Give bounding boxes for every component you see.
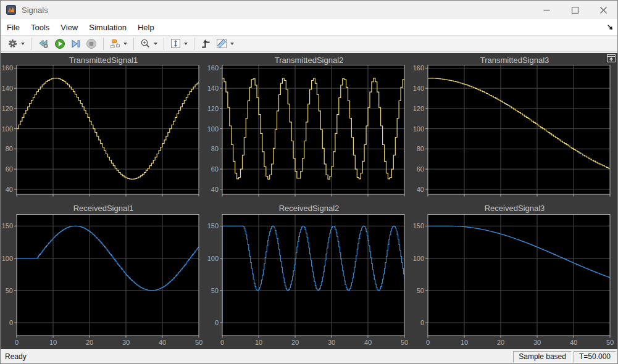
status-time-badge: T=50.000 <box>574 351 616 363</box>
y-tick-label: 140 <box>207 85 219 92</box>
measurements-button[interactable] <box>214 36 236 51</box>
plot-title: ReceivedSignal2 <box>206 199 412 213</box>
toolbar-separator <box>133 38 134 50</box>
x-tick-label: 20 <box>86 339 93 346</box>
x-tick-label: 40 <box>570 339 577 346</box>
step-back-button[interactable] <box>36 36 51 51</box>
x-tick-label: 0 <box>220 339 224 346</box>
y-tick-label: 150 <box>207 222 219 230</box>
x-tick-label: 0 <box>15 339 19 346</box>
simulink-scope-app-icon <box>6 5 16 15</box>
trigger-button[interactable] <box>199 36 213 51</box>
settings-gear-button[interactable] <box>6 36 27 51</box>
y-tick-label: 140 <box>2 85 13 92</box>
highlight-simulink-block-button[interactable] <box>108 36 129 51</box>
run-icon <box>54 38 65 49</box>
maximize-button[interactable] <box>561 1 589 19</box>
y-tick-label: 80 <box>6 145 13 152</box>
status-bar: Ready Sample based T=50.000 <box>1 349 617 363</box>
plot-cell-TransmittedSignal3: TransmittedSignal3406080100120140160 <box>412 53 617 199</box>
y-tick-label: 150 <box>2 222 13 230</box>
window-title: Signals <box>22 6 48 15</box>
fit-to-view-button[interactable] <box>169 36 190 51</box>
y-tick-label: 50 <box>417 287 424 294</box>
menu-bar: FileToolsViewSimulationHelp <box>1 19 617 35</box>
plot-axes[interactable]: 01020304050050100150 <box>206 213 412 350</box>
y-tick-label: 40 <box>211 186 219 193</box>
plot-axes[interactable]: 01020304050050100150 <box>1 213 206 350</box>
plot-cell-ReceivedSignal1: ReceivedSignal101020304050050100150 <box>1 199 206 350</box>
plot-title: TransmittedSignal2 <box>206 53 412 65</box>
menu-item-tools[interactable]: Tools <box>31 23 49 32</box>
plot-title: TransmittedSignal3 <box>412 53 617 65</box>
plot-cell-ReceivedSignal2: ReceivedSignal201020304050050100150 <box>206 199 412 350</box>
plot-axes[interactable]: 01020304050050100150 <box>412 213 617 350</box>
chevron-down-icon <box>154 43 157 45</box>
window-controls <box>532 1 617 19</box>
x-tick-label: 40 <box>364 339 372 346</box>
toolbar-separator <box>164 38 164 50</box>
trigger-icon <box>201 39 211 49</box>
status-message: Ready <box>5 352 27 361</box>
menu-item-simulation[interactable]: Simulation <box>89 23 127 32</box>
dock-scope-icon[interactable] <box>606 23 614 31</box>
y-tick-label: 120 <box>413 105 424 112</box>
plot-axes[interactable]: 406080100120140160 <box>412 65 617 199</box>
x-tick-label: 40 <box>159 339 166 346</box>
step-forward-icon <box>70 39 81 49</box>
y-tick-label: 100 <box>2 255 13 262</box>
y-tick-label: 0 <box>420 319 424 326</box>
maximize-axes-icon[interactable] <box>607 54 616 62</box>
x-tick-label: 30 <box>328 339 335 346</box>
y-tick-label: 160 <box>2 65 13 72</box>
stop-button[interactable] <box>84 36 99 51</box>
y-tick-label: 80 <box>211 145 219 152</box>
x-tick-label: 10 <box>461 339 468 346</box>
x-tick-label: 50 <box>401 339 408 346</box>
y-tick-label: 50 <box>6 287 13 294</box>
status-mode-badge: Sample based <box>513 351 572 363</box>
y-tick-label: 160 <box>413 65 424 72</box>
y-tick-label: 60 <box>211 165 219 173</box>
plot-grid: TransmittedSignal1406080100120140160Tran… <box>1 53 617 350</box>
y-tick-label: 120 <box>207 105 219 112</box>
x-tick-label: 30 <box>122 339 130 346</box>
chevron-down-icon <box>230 43 234 45</box>
zoom-button[interactable] <box>138 36 159 51</box>
fit-to-view-icon <box>170 38 181 49</box>
run-button[interactable] <box>52 36 67 51</box>
chevron-down-icon <box>123 43 127 45</box>
plot-cell-ReceivedSignal3: ReceivedSignal301020304050050100150 <box>412 199 617 350</box>
x-tick-label: 50 <box>195 339 203 346</box>
plot-title: ReceivedSignal3 <box>412 199 617 213</box>
y-tick-label: 60 <box>6 165 13 173</box>
y-tick-label: 100 <box>413 255 424 262</box>
toolbar-separator <box>103 38 104 50</box>
menu-item-file[interactable]: File <box>7 23 20 32</box>
plot-axes[interactable]: 406080100120140160 <box>1 65 206 199</box>
plot-cell-TransmittedSignal2: TransmittedSignal2406080100120140160 <box>206 53 412 199</box>
menu-item-view[interactable]: View <box>61 23 78 32</box>
menu-item-help[interactable]: Help <box>138 23 154 32</box>
zoom-icon <box>140 38 151 49</box>
title-bar: Signals <box>1 1 617 19</box>
x-tick-label: 10 <box>49 339 57 346</box>
step-back-icon <box>38 38 49 49</box>
close-button[interactable] <box>589 1 617 19</box>
chevron-down-icon <box>21 43 25 45</box>
plot-cell-TransmittedSignal1: TransmittedSignal1406080100120140160 <box>1 53 206 199</box>
plot-title: ReceivedSignal1 <box>1 199 206 213</box>
y-tick-label: 140 <box>413 85 424 92</box>
y-tick-label: 100 <box>413 125 424 133</box>
minimize-button[interactable] <box>532 1 561 19</box>
x-tick-label: 0 <box>426 339 430 346</box>
y-tick-label: 40 <box>6 186 13 193</box>
y-tick-label: 40 <box>417 186 424 193</box>
plot-axes[interactable]: 406080100120140160 <box>206 65 412 199</box>
x-tick-label: 20 <box>291 339 299 346</box>
step-forward-button[interactable] <box>69 36 83 51</box>
y-tick-label: 50 <box>211 287 219 294</box>
y-tick-label: 100 <box>207 255 219 262</box>
y-tick-label: 120 <box>2 105 13 112</box>
y-tick-label: 60 <box>417 165 424 173</box>
